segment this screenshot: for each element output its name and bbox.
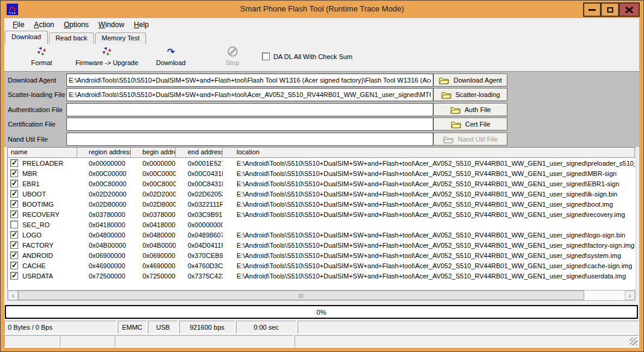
partition-name: ANDROID: [22, 252, 53, 259]
menu-item-window[interactable]: Window: [94, 19, 129, 30]
auth-file-browse-button[interactable]: Auth File: [433, 103, 508, 116]
column-header-begin-address[interactable]: begin address: [131, 148, 176, 158]
column-header-end-address[interactable]: end address: [176, 148, 223, 158]
region-address: 0x46900000: [77, 262, 131, 269]
file-location: E:\Android\Tools\S510\S510+DualSIM+SW+an…: [223, 180, 635, 187]
row-checkbox[interactable]: [10, 200, 18, 208]
row-checkbox[interactable]: [10, 210, 18, 218]
menu-item-action[interactable]: Action: [29, 19, 59, 30]
begin-address: 0x02D20000: [131, 190, 176, 198]
row-checkbox[interactable]: [10, 159, 18, 167]
row-checkbox[interactable]: [10, 241, 18, 249]
title-bar[interactable]: Smart Phone Flash Tool (Runtime Trace Mo…: [0, 0, 644, 18]
row-checkbox[interactable]: [10, 190, 18, 198]
table-row[interactable]: RECOVERY 0x03780000 0x03780000 0x03C9B91…: [8, 209, 635, 219]
row-checkbox[interactable]: [10, 221, 18, 228]
close-button[interactable]: [619, 2, 640, 17]
scrollbar-thumb[interactable]: [18, 291, 584, 300]
row-checkbox[interactable]: [10, 272, 18, 280]
scatter-loading-input[interactable]: [66, 88, 433, 101]
cert-file-browse-button[interactable]: Cert File: [433, 118, 508, 131]
da-dl-checksum-checkbox[interactable]: DA DL All With Check Sum: [262, 52, 352, 60]
tab-download[interactable]: Download: [5, 31, 48, 44]
column-header-name[interactable]: name: [8, 148, 77, 158]
file-location: E:\Android\Tools\S510\S510+DualSIM+SW+an…: [223, 190, 635, 198]
region-address: 0x00000000: [77, 160, 131, 167]
minimize-icon: [588, 9, 596, 11]
scroll-left-button[interactable]: ‹: [8, 291, 18, 300]
scroll-right-button[interactable]: ›: [625, 291, 635, 300]
menu-item-file[interactable]: File: [8, 19, 29, 30]
nand-util-file-input[interactable]: [66, 133, 433, 146]
end-address: 0x04D0411F: [176, 242, 223, 249]
table-row[interactable]: BOOTIMG 0x02D80000 0x02D80000 0x0322111F…: [8, 199, 635, 209]
partition-table: name region address begin address end ad…: [7, 147, 636, 290]
partition-name: PRELOADER: [22, 160, 63, 167]
status-message: [298, 321, 639, 334]
download-agent-label: Download Agent: [8, 77, 56, 84]
row-checkbox[interactable]: [10, 231, 18, 239]
download-button[interactable]: ↷ Download: [148, 46, 194, 69]
table-row[interactable]: SEC_RO 0x04180000 0x04180000 0x00000000: [8, 219, 635, 230]
certification-file-input[interactable]: [66, 118, 433, 131]
download-label: Download: [156, 59, 186, 66]
maximize-button[interactable]: [601, 2, 619, 17]
table-row[interactable]: ANDROID 0x06900000 0x06900000 0x370CEB9F…: [8, 250, 635, 260]
progress-bar: 0%: [5, 305, 638, 319]
row-checkbox[interactable]: [10, 180, 18, 187]
horizontal-scrollbar[interactable]: ‹ ›: [7, 290, 636, 301]
column-header-region-address[interactable]: region address: [77, 148, 131, 158]
end-address: 0x00000000: [176, 221, 223, 228]
region-address: 0x00C80000: [77, 180, 131, 187]
end-address: 0x0322111F: [176, 201, 223, 208]
status-cell-empty-4: [295, 335, 639, 347]
table-header: name region address begin address end ad…: [8, 148, 635, 158]
stop-button: Stop: [211, 46, 254, 69]
open-folder-icon: [451, 121, 461, 128]
row-checkbox[interactable]: [10, 262, 18, 269]
firmware-upgrade-pinwheel-icon: [68, 46, 145, 58]
menu-item-help[interactable]: Help: [129, 19, 154, 30]
file-location: E:\Android\Tools\S510\S510+DualSIM+SW+an…: [223, 262, 635, 269]
table-row[interactable]: CACHE 0x46900000 0x46900000 0x4760D3CF E…: [8, 260, 635, 271]
window-controls: [583, 2, 640, 17]
table-row[interactable]: UBOOT 0x02D20000 0x02D20000 0x02D62053 E…: [8, 189, 635, 199]
table-row[interactable]: PRELOADER 0x00000000 0x00000000 0x0001E5…: [8, 158, 635, 168]
download-agent-browse-button[interactable]: Download Agent: [433, 74, 508, 87]
minimize-button[interactable]: [583, 2, 601, 17]
row-checkbox[interactable]: [10, 251, 18, 259]
region-address: 0x02D20000: [77, 190, 131, 198]
table-row[interactable]: USRDATA 0x72500000 0x72500000 0x7375C423…: [8, 271, 635, 281]
end-address: 0x02D62053: [176, 190, 223, 198]
row-checkbox[interactable]: [10, 169, 18, 177]
table-row[interactable]: FACTORY 0x04B00000 0x04B00000 0x04D0411F…: [8, 240, 635, 250]
begin-address: 0x02D80000: [131, 201, 176, 208]
open-folder-icon: [439, 77, 449, 84]
tab-memory-test[interactable]: Memory Test: [95, 33, 147, 44]
firmware-upgrade-button[interactable]: Firmware -> Upgrade: [68, 46, 145, 69]
menu-item-options[interactable]: Options: [59, 19, 94, 30]
tab-read-back[interactable]: Read back: [49, 33, 94, 44]
format-button[interactable]: Format: [16, 46, 67, 69]
begin-address: 0x46900000: [131, 262, 176, 269]
partition-name: MBR: [22, 170, 37, 177]
partition-name: USRDATA: [22, 272, 53, 280]
file-selection-panel: Download Agent Download Agent Scatter-lo…: [4, 71, 639, 147]
tab-strip: DownloadRead backMemory Test: [5, 31, 147, 44]
partition-name: FACTORY: [22, 242, 54, 249]
status-bar-secondary: [4, 335, 639, 347]
table-row[interactable]: LOGO 0x04800000 0x04800000 0x04898607 E:…: [8, 230, 635, 240]
scatter-loading-label: Scatter-loading File: [8, 91, 65, 98]
close-icon: [625, 7, 633, 13]
authentication-file-input[interactable]: [66, 103, 433, 116]
end-address: 0x4760D3CF: [176, 262, 223, 269]
region-address: 0x00C00000: [77, 170, 131, 177]
begin-address: 0x00C80000: [131, 180, 176, 187]
scatter-loading-browse-button[interactable]: Scatter-loading: [433, 88, 508, 101]
status-port: USB: [148, 321, 178, 334]
table-row[interactable]: EBR1 0x00C80000 0x00C80000 0x00C8431F E:…: [8, 178, 635, 189]
download-agent-input[interactable]: [66, 74, 433, 87]
column-header-location[interactable]: location: [223, 148, 635, 158]
certification-file-label: Certification File: [8, 121, 56, 128]
table-row[interactable]: MBR 0x00C00000 0x00C00000 0x00C0431F E:\…: [8, 168, 635, 178]
